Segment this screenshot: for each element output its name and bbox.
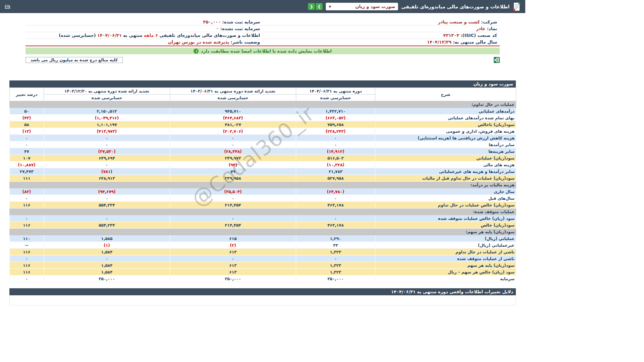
- row-label: عملیات در حال تداوم:: [375, 101, 516, 108]
- period-value: ۰: [44, 135, 170, 141]
- excel-export-icon[interactable]: X: [494, 57, 500, 63]
- statement-data-row: ناشي از عملیات در حال تداوم۱,۳۲۳۶۱۳۱,۵۸۴…: [10, 249, 516, 255]
- period-value: (۱,۰۴۹,۳۱۶): [44, 115, 170, 121]
- period-value: ۴۸۱,۰۲۷: [170, 121, 296, 128]
- statement-nav-buttons: ❯ ❮: [308, 3, 323, 10]
- period-value: (۴۶۴,۶۸۳): [170, 115, 296, 121]
- row-label: سود(زیان) خالص عملیات در حال تداوم: [375, 202, 516, 208]
- period-value: ۰: [296, 141, 375, 148]
- row-label: سال جاری: [375, 188, 516, 195]
- row-label: ناشي از عملیات متوقف شده: [375, 255, 516, 262]
- change-percent-value: ۱۱۶: [10, 262, 44, 269]
- next-statement-button[interactable]: ❯: [316, 3, 323, 10]
- statement-data-row: سود(زیان) پایه هر سهم۱,۳۲۳۶۱۳۱,۵۸۴۱۱۶: [10, 262, 516, 269]
- period-value: ۰: [170, 195, 296, 202]
- change-percent-value: ۱۱۶: [10, 249, 44, 255]
- statement-data-row: هزینه های فروش، اداری و عمومی(۲۲۸,۲۴۳)(۲…: [10, 128, 516, 135]
- row-label: سال‌های قبل: [375, 195, 516, 202]
- isic-label: کد صنعت (ISIC):: [461, 33, 497, 38]
- period-value: ۱,۳۲۳: [296, 262, 375, 269]
- period-value: ۰: [44, 255, 170, 262]
- language-en-link[interactable]: EN: [5, 4, 10, 9]
- period-column-header: تجدید ارائه شده دوره منتهی به ۱۴۰۳/۰۶/۳۱: [170, 88, 296, 95]
- period-value: ۲,۱۵۰,۵۱۳: [44, 108, 170, 115]
- period-info-prefix: اطلاعات و صورت‌های مالی میاندوره‌ای تلفی…: [159, 33, 260, 38]
- top-bar: EN اطلاعات و صورت‌های مالی میاندوره‌ای ت…: [0, 0, 525, 13]
- income-statement-section: صورت سود و زیان شرح دوره منتهی به ۱۴۰۴/۰…: [9, 80, 516, 282]
- registered-capital-cell: سرمایه ثبت شده: ۳۵۰,۰۰۰: [25, 19, 263, 25]
- symbol-value: غاذر: [476, 26, 486, 31]
- company-info-row: شرکت: کشت و صنعت پیاذر سرمایه ثبت شده: ۳…: [25, 19, 500, 25]
- period-value: (۶۶۳,۰۵۲): [296, 115, 375, 121]
- period-value: ۰: [44, 215, 170, 222]
- reasons-section-title: دلایل تغییرات اطلاعات واقعی دوره منتهی ب…: [9, 288, 516, 295]
- period-value: (۷۸۱): [44, 168, 170, 175]
- period-value: ۴۶۳,۱۷۸: [296, 222, 375, 229]
- period-value: ۰: [296, 135, 375, 141]
- info-icon: i: [194, 49, 199, 54]
- row-label: هزینه های مالی: [375, 162, 516, 168]
- signature-match-banner: اطلاعات نمایش داده شده با اطلاعات امضا ش…: [25, 48, 500, 54]
- period-value: [296, 229, 375, 235]
- row-label: سود(زیان) عملیاتي: [375, 155, 516, 162]
- banner-text: اطلاعات نمایش داده شده با اطلاعات امضا ش…: [201, 49, 332, 54]
- period-value: ۰: [44, 162, 170, 168]
- change-percent-value: (۴۳): [10, 115, 44, 121]
- issuer-status-value: پذیرفته شده در بورس تهران: [168, 40, 229, 45]
- isic-value: ۴۲۱۳۰۳: [443, 33, 460, 38]
- company-name-value: کشت و صنعت پیاذر: [438, 19, 480, 24]
- statement-data-row: عملیاتي (ریال)۱,۲۹۰۶۱۵۱,۵۸۵۱۱۰: [10, 235, 516, 242]
- symbol-label: نماد:: [487, 26, 497, 31]
- statement-section-row: عملیات متوقف شده:: [10, 208, 516, 215]
- registered-capital-value: ۳۵۰,۰۰۰: [203, 19, 221, 24]
- issuer-status-cell: وضعیت ناشر: پذیرفته شده در بورس تهران: [25, 39, 263, 46]
- period-value: [44, 229, 170, 235]
- amounts-note-row: کلیه مبالغ درج شده به میلیون ریال می باش…: [25, 57, 500, 63]
- company-info-table: شرکت: کشت و صنعت پیاذر سرمایه ثبت شده: ۳…: [25, 19, 500, 46]
- unregistered-capital-value: ۰: [216, 26, 219, 31]
- row-label: هزینه های فروش، اداری و عمومی: [375, 128, 516, 135]
- change-percent-value: ۱۱۶: [10, 222, 44, 229]
- period-value: ۰: [170, 135, 296, 141]
- period-value: ۳۵۰,۰۰۰: [170, 276, 296, 282]
- change-percent-value: ۵۰: [10, 108, 44, 115]
- company-name-cell: شرکت: کشت و صنعت پیاذر: [263, 19, 500, 25]
- row-label: عملیات متوقف شده:: [375, 208, 516, 215]
- row-label: سود(زیان) خالص: [375, 222, 516, 229]
- change-percent-value: [10, 229, 44, 235]
- period-value: (۱): [44, 242, 170, 249]
- row-label: سود(زیان) عملیات در حال تداوم قبل از مال…: [375, 175, 516, 182]
- period-value: ۵۵۴,۲۳۴: [44, 202, 170, 208]
- period-value: ۰: [170, 215, 296, 222]
- statement-select-value: صورت سود و زیان: [355, 4, 395, 9]
- period-duration: ۶ ماهه: [144, 33, 158, 38]
- company-info-section: شرکت: کشت و صنعت پیاذر سرمایه ثبت شده: ۳…: [25, 19, 500, 46]
- period-value: ۵۵۴,۲۳۴: [44, 222, 170, 229]
- period-value: ۳۵۰,۰۰۰: [296, 276, 375, 282]
- period-value: (۲۰۲,۷۰۶): [170, 128, 296, 135]
- period-value: [296, 101, 375, 108]
- fiscal-year-value: ۱۴۰۴/۱۲/۲۹: [427, 40, 451, 45]
- statement-data-row: غیرعملیاتي (ریال)۳۳(۲)(۱)--: [10, 242, 516, 249]
- period-value: ۴۶۳,۱۷۸: [296, 202, 375, 208]
- change-percent-value: ۱۱۱: [10, 175, 44, 182]
- prev-statement-button[interactable]: ❮: [308, 3, 315, 10]
- row-label: سود(زیان) ناخالص: [375, 121, 516, 128]
- period-value: ۲۱۴,۴۵۴: [170, 202, 296, 208]
- income-statement-table: شرح دوره منتهی به ۱۴۰۴/۰۶/۳۱ تجدید ارائه…: [9, 87, 516, 282]
- statement-data-row: سود (زیان) خالص هر سهم – ریال۱,۳۲۳۶۱۳۱,۵…: [10, 269, 516, 276]
- statement-data-row: سود (زیان) خالص عملیات متوقف شده۰۰۰۰: [10, 215, 516, 222]
- period-value: ۳۵۰,۰۰۰: [44, 276, 170, 282]
- statement-type-select[interactable]: صورت سود و زیان ▼: [326, 3, 398, 10]
- change-percent-value: ۱۱۶: [10, 269, 44, 276]
- period-value: [44, 101, 170, 108]
- red-divider: [25, 46, 500, 46]
- period-value: (۲): [170, 242, 296, 249]
- period-value: ۶۱۳: [170, 269, 296, 276]
- period-info-middle: منتهی به: [123, 33, 143, 38]
- period-value: ۶۱۳: [170, 249, 296, 255]
- period-value: ۰: [170, 255, 296, 262]
- period-value: ۰: [44, 141, 170, 148]
- period-value: ۱,۵۸۴: [44, 269, 170, 276]
- row-label: سود(زیان) پایه هر سهم:: [375, 229, 516, 235]
